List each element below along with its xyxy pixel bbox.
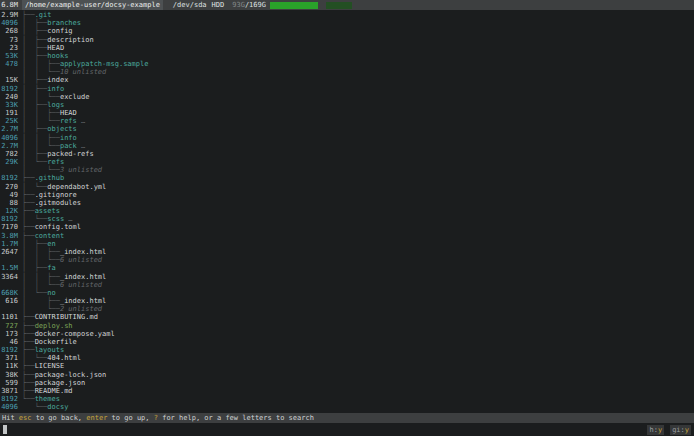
tree-branch-lines: │ ├── [22, 240, 47, 248]
entry-size [0, 256, 18, 264]
flag-label: h: [649, 426, 657, 434]
entry-size: 15K [0, 76, 18, 84]
entry-name: 6 unlisted [60, 281, 102, 289]
tree-row[interactable]: 49├──.gitignore [0, 191, 694, 199]
tree-row[interactable]: │ │ └──6 unlisted [0, 281, 694, 289]
tree-branch-lines: ├── [22, 346, 35, 354]
tree-row[interactable]: 1101├──CONTRIBUTING.md [0, 313, 694, 321]
entry-name: LICENSE [35, 362, 65, 370]
tree-row[interactable]: 191│ │ ├──HEAD [0, 109, 694, 117]
terminal-window: 6.8M /home/example-user/docsy-example /d… [0, 0, 694, 436]
entry-name: config.toml [35, 223, 81, 231]
tree-row[interactable]: 173├──docker-compose.yaml [0, 330, 694, 338]
entry-name: no [47, 289, 55, 297]
entry-size: 240 [0, 93, 18, 101]
tree-row[interactable]: 15K│ ├──index [0, 76, 694, 84]
tree-row[interactable]: 8192├──layouts [0, 346, 694, 354]
entry-size: 173 [0, 330, 18, 338]
root-path[interactable]: /home/example-user/docsy-example [22, 0, 163, 10]
tree-row[interactable]: 616│ ├──_index.html [0, 297, 694, 305]
status-text: Hit [2, 414, 19, 422]
tree-row[interactable]: 29K│ └──refs [0, 158, 694, 166]
tree-row[interactable]: 38K├──package-lock.json [0, 371, 694, 379]
tree-branch-lines: │ │ └── [22, 281, 60, 289]
tree-row[interactable]: 23│ ├──HEAD [0, 44, 694, 52]
entry-size: 782 [0, 150, 18, 158]
tree-row[interactable]: │ └──3 unlisted [0, 166, 694, 174]
entry-name: Dockerfile [35, 338, 77, 346]
tree-row[interactable]: 4096│ │ ├──info [0, 134, 694, 142]
tree-row[interactable]: 3871├──README.md [0, 387, 694, 395]
entry-name: scss [47, 215, 64, 223]
tree-branch-lines: ├── [22, 322, 35, 330]
tree-row[interactable]: 4096│ ├──branches [0, 19, 694, 27]
tree-row[interactable]: 25K│ │ └──refs … [0, 117, 694, 125]
tree-branch-lines: └── [22, 403, 47, 411]
tree-row[interactable]: │ └──2 unlisted [0, 305, 694, 313]
tree-row[interactable]: 3.8M├──content [0, 232, 694, 240]
entry-name: HEAD [60, 109, 77, 117]
tree-row[interactable]: 668K│ └──no [0, 289, 694, 297]
tree-row[interactable]: 3364│ │ ├──_index.html [0, 273, 694, 281]
tree-row[interactable]: 8192├──.github [0, 174, 694, 182]
entry-name: objects [47, 125, 77, 133]
tree-row[interactable]: 8192│ └──scss … [0, 215, 694, 223]
truncation-ellipsis: … [64, 215, 72, 223]
entry-name: packed-refs [47, 150, 93, 158]
tree-row[interactable]: 371│ └──404.html [0, 354, 694, 362]
tree-row[interactable]: 782│ ├──packed-refs [0, 150, 694, 158]
tree-row[interactable]: 2.7M│ │ └──pack … [0, 142, 694, 150]
tree-row[interactable]: 2647│ │ ├──_index.html [0, 248, 694, 256]
tree-row[interactable]: 73│ ├──description [0, 36, 694, 44]
tree-row[interactable]: 7170├──config.toml [0, 223, 694, 231]
entry-size: 599 [0, 379, 18, 387]
tree-row[interactable]: 12K├──assets [0, 207, 694, 215]
entry-size: 7170 [0, 223, 18, 231]
tree-row[interactable]: 1.5M│ ├──fa [0, 264, 694, 272]
tree-branch-lines: ├── [22, 232, 35, 240]
entry-name: branches [47, 19, 81, 27]
tree-row[interactable]: │ │ └──6 unlisted [0, 256, 694, 264]
tree-row[interactable]: 2.9M├──.git [0, 11, 694, 19]
tree-row[interactable]: 478│ │ ├──applypatch-msg.sample [0, 60, 694, 68]
entry-size: 371 [0, 354, 18, 362]
tree-row[interactable]: 240│ │ └──exclude [0, 93, 694, 101]
tree-row[interactable]: │ │ └──10 unlisted [0, 68, 694, 76]
tree-row[interactable]: 727├──deploy.sh [0, 322, 694, 330]
tree-row[interactable]: 88├──.gitmodules [0, 199, 694, 207]
root-row: 6.8M /home/example-user/docsy-example /d… [0, 0, 694, 10]
tree-row[interactable]: 33K│ ├──logs [0, 101, 694, 109]
entry-name: _index.html [60, 273, 106, 281]
tree-branch-lines: ├── [22, 174, 35, 182]
search-input-line[interactable]: h:ygi:y [0, 423, 694, 436]
file-tree: 2.9M├──.git4096│ ├──branches268│ ├──conf… [0, 10, 694, 413]
entry-name: .git [35, 11, 52, 19]
tree-row[interactable]: 53K│ ├──hooks [0, 52, 694, 60]
entry-size: 23 [0, 44, 18, 52]
entry-size: 3871 [0, 387, 18, 395]
entry-size [0, 166, 18, 174]
entry-size: 1.5M [0, 264, 18, 272]
tree-row[interactable]: 599├──package.json [0, 379, 694, 387]
tree-branch-lines: ├── [22, 11, 35, 19]
entry-size [0, 68, 18, 76]
tree-row[interactable]: 11K├──LICENSE [0, 362, 694, 370]
tree-row[interactable]: 46├──Dockerfile [0, 338, 694, 346]
entry-size: 4096 [0, 134, 18, 142]
entry-name: 10 unlisted [60, 68, 106, 76]
entry-name: CONTRIBUTING.md [35, 313, 98, 321]
tree-row[interactable]: 8192│ ├──info [0, 85, 694, 93]
entry-size: 53K [0, 52, 18, 60]
tree-row[interactable]: 1.7M│ ├──en [0, 240, 694, 248]
tree-row[interactable]: 270│ └──dependabot.yml [0, 183, 694, 191]
disk-type-label: HDD [212, 0, 225, 10]
tree-row[interactable]: 268│ ├──config [0, 27, 694, 35]
entry-name: en [47, 240, 55, 248]
entry-size: 8192 [0, 174, 18, 182]
tree-row[interactable]: 8192└──themes [0, 395, 694, 403]
flag-label: gi: [672, 426, 685, 434]
tree-row[interactable]: 2.7M│ ├──objects [0, 125, 694, 133]
tree-row[interactable]: 4096 └──docsy [0, 403, 694, 411]
entry-name: content [35, 232, 65, 240]
entry-size: 727 [0, 322, 18, 330]
